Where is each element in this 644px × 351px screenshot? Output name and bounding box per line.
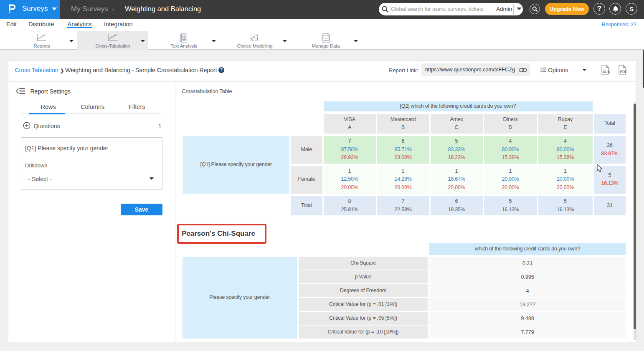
svg-text:PDF: PDF	[620, 70, 627, 74]
svg-text:XLS: XLS	[603, 70, 610, 74]
